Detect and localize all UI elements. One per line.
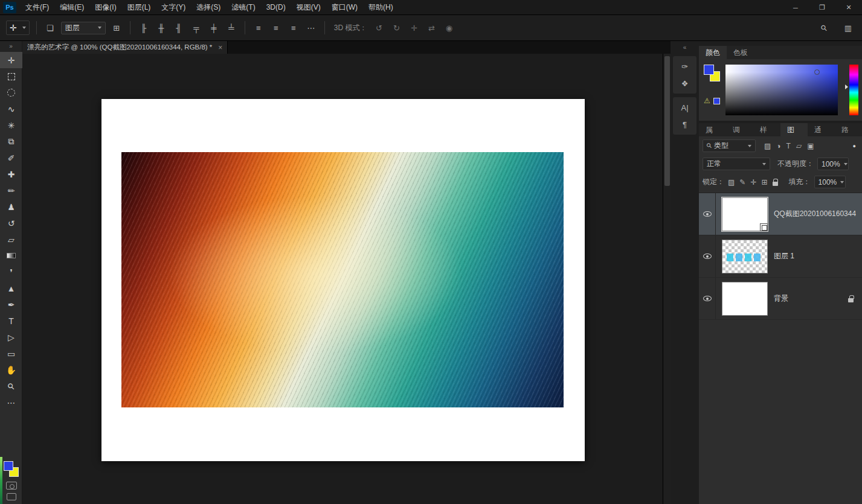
tab-layers[interactable]: 图层	[780, 123, 808, 136]
search-icon[interactable]: ⚲	[816, 20, 832, 36]
toolbar-expand-icon[interactable]: »	[0, 41, 22, 52]
more-align-options-icon[interactable]: ⋯	[304, 24, 318, 33]
distribute-spacing-icon[interactable]: ≡	[287, 24, 300, 33]
lock-all-icon[interactable]	[773, 182, 778, 186]
eraser-tool[interactable]: ▱	[0, 231, 22, 247]
blend-mode-dropdown[interactable]: 正常	[703, 158, 770, 170]
gradient-artwork-image[interactable]	[121, 152, 564, 407]
color-fg-bg-widget[interactable]	[704, 65, 722, 84]
tab-paths[interactable]: 路径	[835, 123, 862, 136]
canvas-area[interactable]	[22, 54, 663, 504]
align-top-edges-icon[interactable]: ╤	[190, 24, 203, 33]
filter-image-layers-icon[interactable]: ▨	[764, 142, 771, 150]
foreground-color-swatch[interactable]	[704, 65, 714, 75]
auto-select-icon[interactable]: ❏	[43, 24, 57, 33]
align-left-edges-icon[interactable]: ╟	[137, 24, 150, 33]
menu-image[interactable]: 图像(I)	[89, 0, 121, 15]
eyedropper-tool[interactable]: ✐	[0, 150, 22, 166]
3d-slide-icon[interactable]: ⇄	[425, 24, 438, 33]
layer-name[interactable]: QQ截图20201006160344	[774, 209, 856, 219]
quick-mask-mode-icon[interactable]	[6, 482, 17, 490]
brush-settings-panel-icon[interactable]: ✑	[673, 58, 696, 75]
eye-icon[interactable]	[703, 211, 712, 217]
layer-name[interactable]: 图层 1	[774, 251, 794, 261]
filter-shape-layers-icon[interactable]: ▱	[796, 142, 802, 150]
layer-row-background[interactable]: 背景	[699, 278, 862, 320]
eye-icon[interactable]	[703, 296, 712, 301]
elliptical-marquee-tool[interactable]	[0, 85, 22, 101]
history-brush-tool[interactable]: ↺	[0, 215, 22, 231]
3d-orbit-icon[interactable]: ↺	[372, 24, 385, 33]
3d-pan-icon[interactable]: ✛	[407, 24, 420, 33]
layer-row-qq-screenshot[interactable]: QQ截图20201006160344	[699, 193, 862, 235]
filter-type-layers-icon[interactable]: T	[786, 142, 791, 150]
menu-filter[interactable]: 滤镜(T)	[226, 0, 260, 15]
align-horizontal-centers-icon[interactable]: ╫	[155, 24, 168, 33]
menu-file[interactable]: 文件(F)	[20, 0, 54, 15]
3d-camera-icon[interactable]: ◉	[442, 24, 455, 33]
workspace-switcher-icon[interactable]: ▥	[841, 24, 855, 33]
layer-filter-dropdown[interactable]: ⚲类型	[703, 139, 756, 152]
menu-type[interactable]: 文字(Y)	[156, 0, 191, 15]
document-tab[interactable]: 漂亮的艺术字 @ 100% (QQ截图20201006160344, RGB/8…	[22, 41, 228, 54]
distribute-horizontal-icon[interactable]: ≡	[269, 24, 283, 33]
clone-stamp-tool[interactable]: ♟	[0, 199, 22, 215]
visibility-cell[interactable]	[699, 235, 716, 277]
brush-tool[interactable]: ✏	[0, 182, 22, 199]
rectangular-marquee-tool[interactable]	[0, 68, 22, 85]
vertical-scrollbar[interactable]	[663, 54, 671, 504]
screen-mode-icon[interactable]	[7, 493, 16, 500]
blur-tool[interactable]: ❜	[0, 264, 22, 280]
layer-name[interactable]: 背景	[774, 293, 788, 304]
menu-help[interactable]: 帮助(H)	[363, 0, 399, 15]
filter-toggle-icon[interactable]: ●	[853, 143, 856, 149]
distribute-vertical-icon[interactable]: ≡	[252, 24, 265, 33]
pen-tool[interactable]: ✒	[0, 296, 22, 313]
character-panel-icon[interactable]: A|	[673, 99, 696, 116]
tab-swatches[interactable]: 色板	[727, 46, 754, 59]
edit-toolbar-button[interactable]: ⋯	[0, 394, 22, 410]
layer-thumbnail[interactable]	[722, 197, 768, 231]
document-canvas[interactable]	[101, 99, 585, 461]
zoom-tool[interactable]: ⚲	[0, 378, 22, 394]
horizontal-type-tool[interactable]: T	[0, 313, 22, 329]
color-picker-field[interactable]	[725, 65, 838, 115]
fill-dropdown[interactable]: 100%	[814, 176, 846, 188]
tab-adjustments[interactable]: 调整	[726, 123, 753, 136]
3d-roll-icon[interactable]: ↻	[390, 24, 403, 33]
tab-channels[interactable]: 通道	[808, 123, 835, 136]
visibility-cell[interactable]	[699, 193, 716, 235]
layer-row-layer1[interactable]: 图层 1	[699, 235, 862, 278]
align-bottom-edges-icon[interactable]: ╧	[225, 24, 238, 33]
clone-source-panel-icon[interactable]: ❖	[673, 75, 696, 92]
tab-close-icon[interactable]: ×	[218, 43, 222, 52]
foreground-background-colors[interactable]	[3, 461, 20, 478]
minimize-button[interactable]: ─	[782, 0, 809, 15]
menu-window[interactable]: 窗口(W)	[326, 0, 363, 15]
restore-button[interactable]: ❐	[809, 0, 835, 15]
paragraph-panel-icon[interactable]: ¶	[673, 116, 696, 133]
foreground-color-swatch[interactable]	[4, 461, 13, 471]
menu-3d[interactable]: 3D(D)	[261, 0, 291, 15]
tab-color[interactable]: 颜色	[699, 46, 727, 59]
path-selection-tool[interactable]: ▷	[0, 329, 22, 345]
lock-image-pixels-icon[interactable]: ✎	[739, 178, 745, 187]
hand-tool[interactable]: ✋	[0, 362, 22, 378]
opacity-dropdown[interactable]: 100%	[817, 158, 849, 170]
lock-transparent-pixels-icon[interactable]: ▨	[728, 178, 735, 187]
crop-tool[interactable]: ⧉	[0, 133, 22, 150]
auto-select-target-dropdown[interactable]: 图层	[61, 22, 106, 34]
gamut-color-swatch[interactable]	[713, 98, 720, 104]
align-vertical-centers-icon[interactable]: ╪	[207, 24, 220, 33]
hue-slider[interactable]	[849, 65, 858, 115]
rectangle-tool[interactable]: ▭	[0, 345, 22, 362]
menu-edit[interactable]: 编辑(E)	[54, 0, 89, 15]
menu-layer[interactable]: 图层(L)	[122, 0, 156, 15]
scrollbar-thumb[interactable]	[664, 56, 670, 186]
gamut-warning[interactable]: ⚠	[704, 97, 720, 105]
visibility-cell[interactable]	[699, 278, 716, 319]
tab-properties[interactable]: 属性	[699, 123, 726, 136]
menu-select[interactable]: 选择(S)	[191, 0, 226, 15]
tab-styles[interactable]: 样式	[753, 123, 780, 136]
menu-view[interactable]: 视图(V)	[291, 0, 326, 15]
